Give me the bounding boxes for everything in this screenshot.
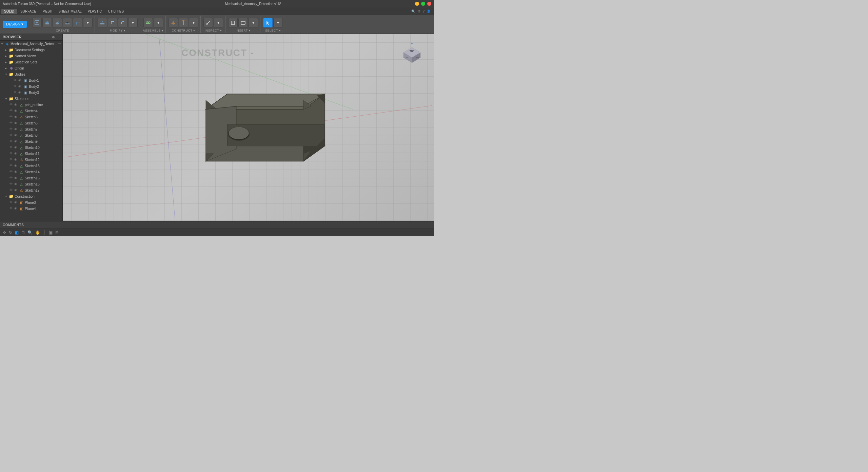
minimize-button[interactable] [415,2,419,6]
s6-vis[interactable]: ◉ [14,121,18,125]
s10-eye[interactable]: 👁 [9,145,14,150]
tab-plastic[interactable]: PLASTIC [85,9,105,14]
viewport[interactable]: CONSTRUCT - [63,34,434,221]
s8-eye[interactable]: 👁 [9,133,14,137]
tree-named-views[interactable]: ▶ 📁 Named Views [0,53,62,59]
tree-sketch13[interactable]: 👁◉ △ Sketch13 [0,163,62,169]
measure-btn[interactable] [203,18,213,27]
s9-vis[interactable]: ◉ [14,139,18,143]
tree-sketch11[interactable]: 👁◉ △ Sketch11 [0,151,62,157]
s12-eye[interactable]: 👁 [9,158,14,162]
select-btn[interactable] [263,18,273,27]
tree-sketch12[interactable]: 👁◉ ⚠ Sketch12 [0,157,62,163]
pcb-eye[interactable]: 👁 [9,103,14,107]
tree-body2[interactable]: 👁 ◉ ▣ Body2 [0,83,62,90]
body1-eye[interactable]: 👁 [14,78,18,82]
more-insert-btn[interactable]: ▾ [249,18,258,27]
zoom-fit-icon[interactable]: ⊡ [21,230,25,235]
fillet-btn[interactable] [108,18,117,27]
settings-icon[interactable]: ⚙ [417,9,420,13]
s7-eye[interactable]: 👁 [9,127,14,131]
s11-vis[interactable]: ◉ [14,152,18,156]
tree-bodies[interactable]: ▼ 📁 Bodies [0,71,62,77]
s9-eye[interactable]: 👁 [9,139,14,143]
s16-vis[interactable]: ◉ [14,182,18,186]
tree-sketch14[interactable]: 👁◉ △ Sketch14 [0,169,62,175]
maximize-button[interactable] [421,2,425,6]
body2-vis[interactable]: ◉ [18,84,22,88]
tree-origin[interactable]: ▶ ⊕ Origin [0,65,62,71]
canvas-btn[interactable] [238,18,248,27]
tree-construction[interactable]: ▼ 📁 Construction [0,193,62,199]
p4-eye[interactable]: 👁 [9,206,14,211]
new-component-btn[interactable] [32,18,42,27]
tree-sketch16[interactable]: 👁◉ △ Sketch16 [0,181,62,187]
close-button[interactable] [427,2,431,6]
body1-vis[interactable]: ◉ [18,78,22,82]
more-select-btn[interactable]: ▾ [273,18,283,27]
tree-sketch10[interactable]: 👁◉ △ Sketch10 [0,144,62,151]
s10-vis[interactable]: ◉ [14,145,18,150]
browser-expand-icon[interactable]: ⊕ [52,35,55,39]
tree-sketch15[interactable]: 👁◉ △ Sketch15 [0,175,62,181]
pcb-vis[interactable]: ◉ [14,103,18,107]
zoom-icon[interactable]: 🔍 [27,230,33,235]
tree-document-settings[interactable]: ▶ 📁 Document Settings [0,47,62,53]
display-settings-icon[interactable]: ▣ [49,230,53,235]
display-mode-icon[interactable]: ◧ [15,230,19,235]
tree-sketch17[interactable]: 👁◉ ⚠ Sketch17 [0,187,62,193]
search-icon[interactable]: 🔍 [411,9,415,13]
p3-vis[interactable]: ◉ [14,200,18,204]
pan-icon[interactable]: ✋ [35,230,40,235]
tree-sketch4[interactable]: 👁◉ △ Sketch4 [0,108,62,114]
s11-eye[interactable]: 👁 [9,152,14,156]
tree-sketch6[interactable]: 👁◉ △ Sketch6 [0,120,62,126]
tree-plane3[interactable]: 👁◉ ◧ Plane3 [0,199,62,205]
tree-body1[interactable]: 👁 ◉ ▣ Body1 [0,77,62,83]
user-icon[interactable]: 👤 [427,9,431,13]
body3-eye[interactable]: 👁 [14,91,18,95]
box-btn[interactable] [73,18,82,27]
s14-eye[interactable]: 👁 [9,170,14,174]
tree-sketch9[interactable]: 👁◉ △ Sketch9 [0,138,62,144]
more-assemble-btn[interactable]: ▾ [154,18,163,27]
more-create-btn[interactable]: ▾ [83,18,93,27]
more-inspect-btn[interactable]: ▾ [214,18,223,27]
s17-vis[interactable]: ◉ [14,188,18,192]
tree-plane4[interactable]: 👁◉ ◧ Plane4 [0,205,62,212]
s8-vis[interactable]: ◉ [14,133,18,137]
extrude-btn[interactable] [42,18,52,27]
revolve-btn[interactable] [53,18,62,27]
s15-vis[interactable]: ◉ [14,176,18,180]
s17-eye[interactable]: 👁 [9,188,14,192]
s12-vis[interactable]: ◉ [14,158,18,162]
tree-sketches[interactable]: ▼ 📁 Sketches [0,96,62,102]
s5-vis[interactable]: ◉ [14,115,18,119]
move-icon[interactable]: ✛ [3,230,6,235]
body2-eye[interactable]: 👁 [14,84,18,88]
viewcube[interactable]: TOP FR RT ▲ [400,41,424,64]
s4-eye[interactable]: 👁 [9,109,14,113]
design-dropdown[interactable]: DESIGN ▾ [3,21,27,28]
tree-root[interactable]: ▼ ◈ Mechanical_Anomaly_Detect... ⋯ [0,41,62,47]
p3-eye[interactable]: 👁 [9,200,14,204]
tree-sketch8[interactable]: 👁◉ △ Sketch8 [0,132,62,138]
s6-eye[interactable]: 👁 [9,121,14,125]
tab-solid[interactable]: SOLID [1,9,17,14]
tree-sketch5[interactable]: 👁◉ ⚠ Sketch5 [0,114,62,120]
browser-settings-icon[interactable]: ⋯ [56,35,60,39]
s16-eye[interactable]: 👁 [9,182,14,186]
press-pull-btn[interactable] [98,18,107,27]
insert-derive-btn[interactable] [228,18,238,27]
s13-eye[interactable]: 👁 [9,164,14,168]
body3-vis[interactable]: ◉ [18,91,22,95]
axis-btn[interactable] [179,18,188,27]
joint-btn[interactable] [143,18,153,27]
tree-selection-sets[interactable]: ▶ 📁 Selection Sets [0,59,62,65]
tree-sketch7[interactable]: 👁◉ △ Sketch7 [0,126,62,132]
comments-expand-icon[interactable]: ⋯ [428,223,431,227]
tab-mesh[interactable]: MESH [40,9,55,14]
more-construct-btn[interactable]: ▾ [189,18,198,27]
tab-surface[interactable]: SURFACE [18,9,39,14]
offset-plane-btn[interactable] [169,18,178,27]
